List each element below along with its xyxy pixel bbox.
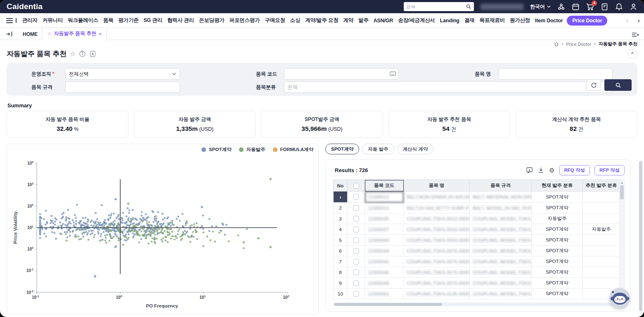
menu-item[interactable]: 송장/세금계산서 — [395, 17, 437, 24]
row-checkbox[interactable] — [353, 205, 359, 211]
search-button[interactable] — [604, 79, 632, 91]
menu-item[interactable]: 계약 — [341, 17, 356, 24]
info-icon[interactable] — [79, 50, 86, 57]
cart-button[interactable]: 4 — [586, 3, 594, 11]
menu-item[interactable]: SG 관리 — [141, 17, 165, 24]
feedback-icon[interactable] — [526, 167, 533, 174]
row-checkbox[interactable] — [353, 194, 359, 200]
legend-item[interactable]: SPOT계약 — [201, 147, 231, 153]
scroll-up-icon[interactable]: ▲ — [620, 180, 623, 185]
table-horizontal-scrollbar[interactable] — [333, 303, 617, 306]
menu-item[interactable]: 발주 — [356, 17, 371, 24]
close-all-tabs-icon[interactable] — [632, 32, 639, 38]
cell-item-code[interactable]: 12300049 — [365, 278, 404, 289]
cell-item-code[interactable]: 12300044 — [365, 246, 404, 256]
menu-item[interactable]: 계약/발주 요청 — [303, 17, 341, 24]
cell-item-code[interactable]: 12300013 — [365, 203, 404, 213]
menu-item[interactable]: 평가기준 — [116, 17, 141, 24]
collapse-search-button[interactable]: ^ — [627, 49, 637, 59]
column-header[interactable]: 품목 규격 — [470, 180, 532, 192]
legend-item[interactable]: FORMULA계약 — [273, 147, 314, 153]
menu-item[interactable]: 결재 — [462, 17, 477, 24]
menu-item[interactable]: 워크플레이스 — [65, 17, 101, 24]
vertical-scroll-thumb[interactable] — [620, 185, 624, 199]
scatter-chart[interactable]: 10410310210110010-110-210-1100101102PO F… — [7, 144, 318, 314]
menu-item[interactable]: 협력사 관리 — [165, 17, 197, 24]
row-checkbox[interactable] — [353, 248, 359, 254]
chatbot-mascot-button[interactable] — [609, 288, 630, 309]
rfq-create-button[interactable]: RFQ 작성 — [559, 165, 590, 175]
column-header[interactable]: 현재 발주 분류 — [532, 180, 583, 192]
language-selector[interactable]: 한국어 — [530, 3, 551, 10]
home-icon[interactable] — [554, 42, 559, 47]
row-checkbox[interactable] — [353, 237, 359, 243]
cell-item-code[interactable]: 12300040 — [365, 235, 404, 246]
menu-item[interactable]: 원가산정 — [507, 17, 533, 24]
table-row[interactable]: 712300045COUPLING,TSKS-0075-0000-14COUPL… — [334, 256, 620, 267]
tab-active[interactable]: ☆ 자동발주 품목 추천 × — [42, 27, 107, 40]
cell-item-code[interactable]: 12300035 — [365, 213, 404, 224]
menu-item[interactable]: ASN/GR — [371, 18, 395, 24]
tab-home[interactable]: HOME — [19, 29, 42, 40]
cell-item-code[interactable]: 12300012 — [365, 192, 404, 203]
collapse-sidebar-icon[interactable] — [6, 31, 13, 37]
menu-item[interactable]: 온보딩평가 — [197, 17, 227, 24]
column-header[interactable]: 품목 코드 — [365, 180, 404, 192]
legend-item[interactable]: 자동발주 — [239, 147, 265, 153]
menu-item[interactable]: 퍼포먼스평가 — [227, 17, 263, 24]
item-spec-input[interactable] — [65, 81, 180, 93]
row-checkbox[interactable] — [353, 291, 359, 297]
rfp-create-button[interactable]: RFP 작성 — [594, 165, 625, 175]
menu-item[interactable]: 구매요청 — [262, 17, 287, 24]
breadcrumb-item[interactable]: Price Doctor — [566, 42, 592, 47]
contract-tab[interactable]: 계산식 계약 — [397, 144, 434, 154]
column-header[interactable]: 품목 명 — [404, 180, 470, 192]
item-code-input[interactable] — [284, 68, 399, 80]
expand-row-chevron[interactable]: › — [334, 192, 347, 202]
select-all-checkbox[interactable] — [353, 183, 359, 189]
contract-tab-active[interactable]: SPOT계약 — [325, 144, 359, 154]
table-row[interactable]: 812300046COUPLING,TSKS-0075-0000-12COUPL… — [334, 267, 620, 278]
table-row[interactable]: 912300049COUPLING,TSKS-0075-0000-18COUPL… — [334, 278, 620, 289]
download-icon[interactable] — [537, 167, 545, 174]
manual-icon[interactable] — [89, 50, 96, 57]
row-checkbox[interactable] — [353, 216, 359, 222]
table-row[interactable]: 512300040COUPLING,TSKS-0033-0000-14COUPL… — [334, 235, 620, 246]
menu-item[interactable]: 품목 — [101, 17, 116, 24]
menu-item[interactable]: 관리자 — [20, 17, 40, 24]
hamburger-icon[interactable] — [6, 18, 13, 24]
cell-item-code[interactable]: 12300037 — [365, 224, 404, 235]
menu-scroll-right-icon[interactable]: › — [637, 17, 640, 24]
favorite-star-icon[interactable]: ☆ — [70, 51, 75, 57]
horizontal-scroll-thumb[interactable] — [334, 303, 442, 306]
table-row[interactable]: ›12300012BELT,NON-SPARK,3V-400,DEMABELT,… — [334, 192, 620, 203]
settings-gear-icon[interactable]: ⚙ — [549, 167, 554, 173]
keyboard-icon[interactable] — [390, 71, 396, 76]
star-icon[interactable]: ☆ — [47, 31, 52, 37]
menu-item-active[interactable]: Price Doctor — [567, 16, 607, 26]
page-scrollbar[interactable] — [639, 161, 642, 311]
row-checkbox[interactable] — [353, 280, 359, 286]
menu-item[interactable]: 소싱 — [288, 17, 303, 24]
user-icon[interactable] — [630, 3, 637, 11]
table-row[interactable]: 412300037COUPLING,TSKS-0033-0000-10COUPL… — [334, 224, 620, 235]
item-name-input[interactable] — [499, 68, 613, 80]
menu-item[interactable]: 목표재료비 — [477, 17, 507, 24]
cell-item-code[interactable]: 12300052 — [365, 289, 404, 299]
global-search[interactable] — [404, 2, 474, 11]
tab-close-icon[interactable]: × — [99, 31, 101, 36]
row-checkbox[interactable] — [353, 227, 359, 232]
menu-item[interactable]: 커뮤니티 — [40, 17, 65, 24]
column-header[interactable]: 추천 발주 분류 — [583, 180, 620, 192]
cell-item-code[interactable]: 12300045 — [365, 256, 404, 267]
menu-item[interactable]: Landing — [438, 18, 462, 24]
table-row[interactable]: 612300044COUPLING,TSKS-0075-0000-10COUPL… — [334, 246, 620, 256]
row-checkbox[interactable] — [353, 270, 359, 275]
document-icon[interactable] — [601, 3, 608, 11]
calendar-icon[interactable] — [572, 3, 580, 11]
table-row[interactable]: 1012300052COUPLING,TSKS-0135-0000-12COUP… — [334, 289, 620, 299]
sitemap-icon[interactable] — [557, 3, 565, 11]
reset-button[interactable] — [586, 79, 601, 91]
bell-icon[interactable] — [615, 3, 623, 11]
menu-item[interactable]: Item Doctor — [533, 18, 565, 24]
